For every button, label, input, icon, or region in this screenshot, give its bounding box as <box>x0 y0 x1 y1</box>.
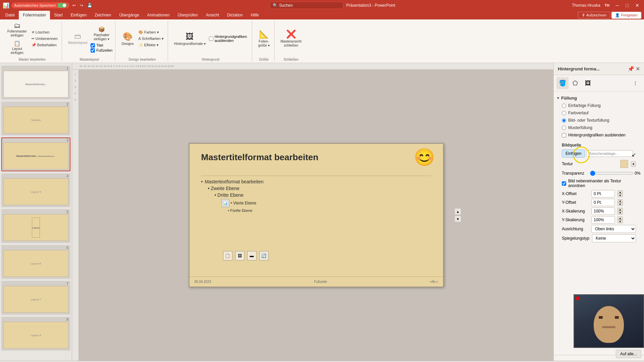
tab-ueberpruefen[interactable]: Überprüfen <box>174 11 202 19</box>
y-offset-down[interactable]: ▼ <box>618 202 623 206</box>
panel-header-btns: 📌 ✕ <box>628 66 640 72</box>
autosave-toggle[interactable]: Automatisches Speichern <box>11 2 69 8</box>
x-skalierung-up[interactable]: ▲ <box>618 208 623 211</box>
foliengroesse-btn[interactable]: 📐 Folien-größe ▾ <box>256 28 272 49</box>
beibehalten-btn[interactable]: 📌 Beibehalten <box>30 42 59 48</box>
ribbon-tabs: Datei Folienmaster Start Einfügen Zeichn… <box>0 11 644 19</box>
redo-btn[interactable]: ↪ <box>79 3 84 8</box>
slide-canvas[interactable]: Mastertitelformat bearbeiten 😊 • Mastert… <box>189 143 444 287</box>
close-btn[interactable]: ✕ <box>633 3 641 8</box>
hintergrundgrafiken-checkbox[interactable]: Hintergrundgrafiken ausblenden <box>209 35 249 43</box>
masterlayout-btn[interactable]: 🗃 Masterlayout <box>66 31 89 46</box>
farbverlauf-option[interactable]: Farbverlauf <box>556 109 641 117</box>
y-offset-input[interactable] <box>591 199 615 206</box>
undo-btn[interactable]: ↩ <box>71 3 77 8</box>
slide-panel: 1 Mastertitelformat... 2 Titelfolie 3 Ma… <box>0 63 72 361</box>
content-level1: Mastertextformat bearbeiten <box>205 179 263 184</box>
tab-einfuegen[interactable]: Einfügen <box>67 11 91 19</box>
fuellung-section-header[interactable]: ▼ Füllung <box>556 94 641 102</box>
slide-title: Mastertitelformat bearbeiten <box>201 152 319 163</box>
tab-uebergaenge[interactable]: Übergänge <box>115 11 143 19</box>
footer-center: Fußzeile <box>314 280 327 284</box>
tab-datei[interactable]: Datei <box>1 11 19 19</box>
tab-zeichnen[interactable]: Zeichnen <box>91 11 115 19</box>
bild-textur-radio[interactable] <box>562 118 566 123</box>
bild-nebeneinander-checkbox[interactable] <box>562 181 566 186</box>
y-skalierung-down[interactable]: ▼ <box>618 220 623 223</box>
y-skalierung-up[interactable]: ▲ <box>618 217 623 220</box>
slide-thumb-4[interactable]: 4 Layout 4 <box>1 173 70 207</box>
slide-thumb-6[interactable]: 6 Layout 6 <box>1 245 70 279</box>
loeschen-btn[interactable]: ✕ Löschen <box>30 29 59 35</box>
aufzeichnen-btn[interactable]: 🎙 Aufzeichnen <box>578 12 610 18</box>
scroll-down-btn[interactable]: ▼ <box>454 216 461 222</box>
x-offset-down[interactable]: ▼ <box>618 194 623 197</box>
auf-alle-btn[interactable]: Auf alle... <box>616 350 641 358</box>
tab-start[interactable]: Start <box>50 11 66 19</box>
spiegelungstyp-select[interactable]: Keine Horizontal Vertikal Beide <box>592 234 636 242</box>
tab-ansicht[interactable]: Ansicht <box>202 11 223 19</box>
hintergrundgrafiken-checkbox-panel[interactable] <box>562 133 566 137</box>
muster-label: Musterfüllung <box>568 125 592 130</box>
hintergrundgrafiken-row[interactable]: Hintergrundgrafiken ausblenden <box>556 131 641 139</box>
tab-dictation[interactable]: Dictation <box>223 11 247 19</box>
x-skalierung-input[interactable] <box>591 207 615 215</box>
y-offset-spinners: ▲ ▼ <box>618 199 623 206</box>
group-content: 📐 Folien-größe ▾ <box>256 21 272 56</box>
x-skalierung-down[interactable]: ▼ <box>618 211 623 215</box>
zwischenablage-btn[interactable]: Zwischenablage... <box>586 150 633 157</box>
bild-textur-option[interactable]: Bild- oder Texturfüllung <box>556 117 641 124</box>
einfarbig-option[interactable]: Einfarbige Füllung <box>556 102 641 109</box>
y-skalierung-input[interactable] <box>591 216 615 224</box>
fill-icon-btn[interactable]: 🪣 <box>556 77 569 89</box>
y-skalierung-spinners: ▲ ▼ <box>618 217 623 223</box>
tab-folienmaster[interactable]: Folienmaster <box>19 11 50 19</box>
ausrichtung-select[interactable]: Oben links Oben Mitte Oben rechts <box>591 225 636 233</box>
layout-einfuegen-btn[interactable]: 📋 Layouteinfügen <box>5 40 29 56</box>
textur-dropdown-btn[interactable]: ▾ <box>631 161 636 167</box>
maximize-btn[interactable]: □ <box>624 3 631 8</box>
ribbon-group-masterlayout: 🗃 Masterlayout 📦 Platzhaltereinfügen ▾ T… <box>63 21 116 61</box>
freigeben-btn[interactable]: 👤 Freigeben <box>611 12 641 19</box>
pentagon-icon-btn[interactable]: ⬠ <box>569 77 581 89</box>
x-offset-up[interactable]: ▲ <box>618 190 623 194</box>
slide-thumb-7[interactable]: 7 Layout 7 <box>1 281 70 315</box>
slide-thumb-2[interactable]: 2 Titelfolie <box>1 102 70 135</box>
extra-icon-btn[interactable]: ⋮ <box>629 77 641 89</box>
titel-checkbox[interactable]: Titel <box>91 43 112 48</box>
einfarbig-radio[interactable] <box>562 104 566 108</box>
designs-btn[interactable]: 🎨 Designs <box>119 31 136 47</box>
slide-thumb-8[interactable]: 8 Layout 8 <box>1 317 70 351</box>
farben-btn[interactable]: 🎨 Farben ▾ <box>137 29 165 35</box>
muster-option[interactable]: Musterfüllung <box>556 124 641 131</box>
tab-animationen[interactable]: Animationen <box>143 11 174 19</box>
content-level2: • Zweite Ebene <box>208 186 264 191</box>
transparenz-slider[interactable] <box>590 171 633 176</box>
slide-preview-5: Layout <box>3 214 68 241</box>
scroll-up-btn[interactable]: ▲ <box>454 208 461 215</box>
einfuegen-btn[interactable]: Einfügen <box>562 149 585 158</box>
masteransicht-schliessen-btn[interactable]: ❌ Masteransichtschließen <box>279 28 304 49</box>
save-btn[interactable]: 💾 <box>86 3 93 8</box>
panel-pin-btn[interactable]: 📌 <box>628 66 634 72</box>
slide-thumb-5[interactable]: 5 Layout <box>1 209 70 243</box>
farbverlauf-radio[interactable] <box>562 111 566 115</box>
folienmaster-einfuegen-btn[interactable]: 🗂 Folienmastereinfügen <box>5 21 29 39</box>
image-icon-btn[interactable]: 🖼 <box>582 77 594 89</box>
schriftarten-btn[interactable]: A Schriftarten ▾ <box>137 36 165 42</box>
y-offset-up[interactable]: ▲ <box>618 199 623 202</box>
muster-radio[interactable] <box>562 126 566 130</box>
slide-thumb-3[interactable]: 3 Mastertitelformat... • Mastertextforma… <box>1 137 70 171</box>
x-offset-input[interactable] <box>591 190 615 197</box>
tab-hilfe[interactable]: Hilfe <box>247 11 263 19</box>
effekte-btn[interactable]: ✨ Effekte ▾ <box>137 42 165 48</box>
minimize-btn[interactable]: ─ <box>614 3 621 8</box>
umbenennen-btn[interactable]: ✏ Umbenennen <box>30 36 59 42</box>
search-box[interactable]: 🔍 Suchen <box>270 2 343 9</box>
bild-nebeneinander-row[interactable]: Bild nebeneinander als Textur anordnen <box>556 177 641 189</box>
platzhalter-einfuegen-btn[interactable]: 📦 Platzhaltereinfügen ▾ <box>91 25 112 43</box>
slide-thumb-1[interactable]: 1 Mastertitelformat... <box>1 66 70 100</box>
hintergrundformate-btn[interactable]: 🖼 Hintergrundformate ▾ <box>172 31 208 47</box>
panel-close-btn[interactable]: ✕ <box>636 66 640 72</box>
fusszeilen-checkbox[interactable]: Fußzeilen <box>91 48 112 53</box>
